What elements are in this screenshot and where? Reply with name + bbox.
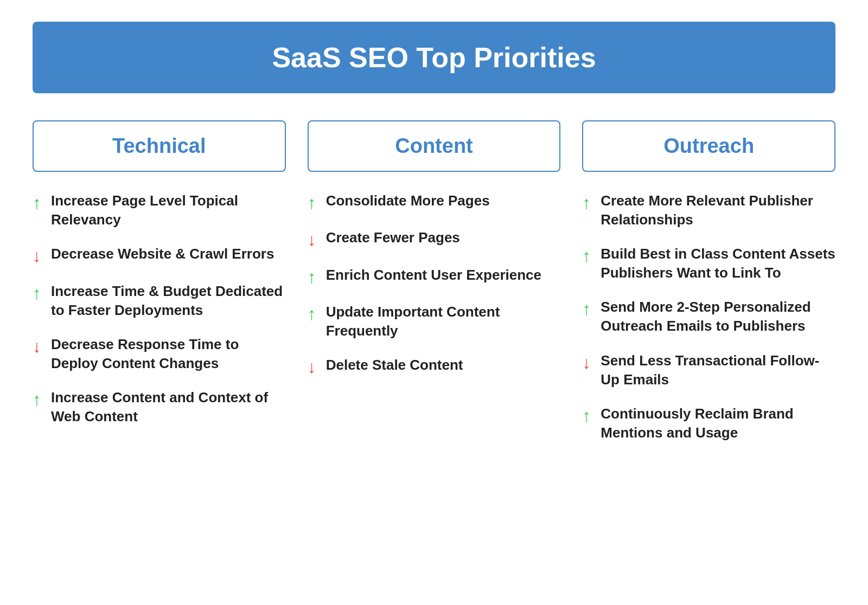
item-list-technical: ↑Increase Page Level Topical Relevancy↓D… (33, 191, 286, 426)
list-item: ↑Send More 2-Step Personalized Outreach … (582, 298, 835, 336)
item-label: Send Less Transactional Follow-Up Emails (601, 351, 835, 389)
list-item: ↓Send Less Transactional Follow-Up Email… (582, 351, 835, 389)
list-item: ↑Increase Content and Context of Web Con… (33, 388, 286, 426)
column-content: Content↑Consolidate More Pages↓Create Fe… (308, 120, 561, 378)
item-label: Increase Page Level Topical Relevancy (51, 191, 286, 229)
arrow-up-icon: ↑ (308, 304, 316, 324)
list-item: ↓Create Fewer Pages (308, 228, 561, 250)
list-item: ↑Consolidate More Pages (308, 191, 561, 213)
item-list-outreach: ↑Create More Relevant Publisher Relation… (582, 191, 835, 442)
arrow-down-icon: ↓ (308, 229, 316, 250)
item-label: Delete Stale Content (326, 356, 463, 375)
list-item: ↑Increase Time & Budget Dedicated to Fas… (33, 282, 286, 320)
arrow-up-icon: ↑ (33, 283, 41, 304)
arrow-down-icon: ↓ (582, 352, 591, 373)
arrow-up-icon: ↑ (33, 192, 41, 213)
arrow-up-icon: ↑ (308, 192, 316, 213)
item-label: Consolidate More Pages (326, 191, 490, 210)
item-label: Decrease Website & Crawl Errors (51, 244, 274, 263)
column-header-outreach: Outreach (582, 120, 835, 172)
list-item: ↑Increase Page Level Topical Relevancy (33, 191, 286, 229)
arrow-down-icon: ↓ (308, 357, 316, 377)
column-header-content: Content (308, 120, 561, 172)
item-list-content: ↑Consolidate More Pages↓Create Fewer Pag… (308, 191, 561, 378)
item-label: Increase Content and Context of Web Cont… (51, 388, 286, 426)
arrow-up-icon: ↑ (582, 406, 591, 426)
list-item: ↑Continuously Reclaim Brand Mentions and… (582, 404, 835, 442)
column-outreach: Outreach↑Create More Relevant Publisher … (582, 120, 835, 442)
list-item: ↑Create More Relevant Publisher Relation… (582, 191, 835, 229)
column-title-outreach: Outreach (663, 134, 754, 157)
arrow-down-icon: ↓ (33, 336, 41, 357)
arrow-up-icon: ↑ (582, 192, 591, 213)
header-banner: SaaS SEO Top Priorities (33, 22, 835, 93)
column-title-technical: Technical (112, 134, 206, 157)
arrow-up-icon: ↑ (308, 267, 316, 287)
column-header-technical: Technical (33, 120, 286, 172)
column-technical: Technical↑Increase Page Level Topical Re… (33, 120, 286, 426)
item-label: Update Important Content Frequently (326, 302, 561, 340)
item-label: Enrich Content User Experience (326, 266, 541, 285)
page-title: SaaS SEO Top Priorities (272, 42, 596, 73)
item-label: Build Best in Class Content Assets Publi… (601, 244, 835, 282)
item-label: Continuously Reclaim Brand Mentions and … (601, 404, 835, 442)
arrow-up-icon: ↑ (582, 246, 591, 266)
columns-container: Technical↑Increase Page Level Topical Re… (33, 120, 835, 442)
item-label: Decrease Response Time to Deploy Content… (51, 335, 286, 373)
item-label: Create More Relevant Publisher Relations… (601, 191, 835, 229)
list-item: ↑Build Best in Class Content Assets Publ… (582, 244, 835, 282)
list-item: ↑Update Important Content Frequently (308, 302, 561, 340)
list-item: ↓Decrease Website & Crawl Errors (33, 244, 286, 266)
arrow-down-icon: ↓ (33, 246, 41, 266)
item-label: Create Fewer Pages (326, 228, 460, 247)
list-item: ↓Delete Stale Content (308, 356, 561, 377)
arrow-up-icon: ↑ (33, 389, 41, 410)
list-item: ↑Enrich Content User Experience (308, 266, 561, 287)
item-label: Send More 2-Step Personalized Outreach E… (601, 298, 835, 336)
list-item: ↓Decrease Response Time to Deploy Conten… (33, 335, 286, 373)
arrow-up-icon: ↑ (582, 299, 591, 319)
item-label: Increase Time & Budget Dedicated to Fast… (51, 282, 286, 320)
column-title-content: Content (395, 134, 473, 157)
